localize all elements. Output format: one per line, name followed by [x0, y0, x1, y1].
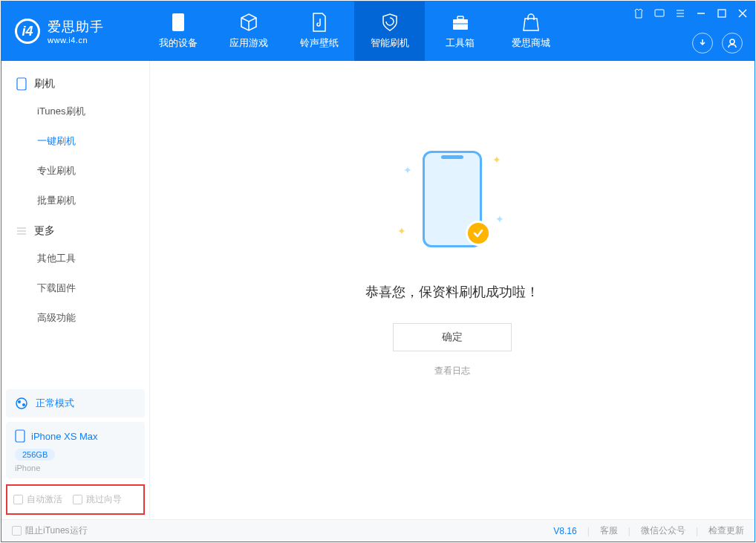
sidebar-item-batch-flash[interactable]: 批量刷机	[1, 186, 149, 215]
footer-link-support[interactable]: 客服	[600, 524, 618, 537]
svg-rect-20	[16, 430, 25, 442]
maximize-button[interactable]	[716, 7, 728, 19]
checkbox-label: 阻止iTunes运行	[25, 524, 88, 537]
footer: 阻止iTunes运行 V8.16 | 客服 | 微信公众号 | 检查更新	[1, 519, 755, 542]
nav-apps[interactable]: 应用游戏	[213, 1, 284, 61]
svg-point-19	[22, 403, 25, 406]
svg-point-17	[16, 398, 27, 409]
shield-icon	[380, 13, 400, 32]
sidebar-item-itunes-flash[interactable]: iTunes刷机	[1, 97, 149, 126]
svg-rect-9	[718, 10, 726, 17]
main-nav: 我的设备 应用游戏 铃声壁纸 智能刷机 工具箱 爱思商城	[143, 1, 566, 61]
feedback-icon[interactable]	[654, 7, 665, 19]
music-file-icon	[310, 13, 329, 32]
bag-icon	[521, 13, 541, 32]
nav-store[interactable]: 爱思商城	[495, 1, 566, 61]
checkbox-label: 跳过向导	[86, 493, 122, 506]
nav-label: 爱思商城	[512, 36, 550, 50]
shirt-icon[interactable]	[633, 7, 645, 19]
svg-rect-2	[457, 16, 463, 19]
sparkle-icon: ✦	[397, 225, 406, 237]
window-controls	[633, 7, 749, 19]
mode-icon	[15, 397, 28, 410]
sidebar-section-label: 刷机	[34, 77, 55, 91]
checkbox-stop-itunes[interactable]: 阻止iTunes运行	[12, 524, 88, 537]
sidebar-section-label: 更多	[34, 224, 55, 238]
nav-my-device[interactable]: 我的设备	[143, 1, 213, 61]
account-button[interactable]	[722, 33, 743, 53]
footer-link-update[interactable]: 检查更新	[708, 524, 744, 537]
svg-rect-13	[17, 78, 26, 90]
download-button[interactable]	[692, 33, 713, 53]
view-log-link[interactable]: 查看日志	[434, 365, 470, 377]
sidebar-item-one-key-flash[interactable]: 一键刷机	[1, 126, 149, 156]
checkbox-skip-guide[interactable]: 跳过向导	[73, 493, 122, 506]
nav-ringtones[interactable]: 铃声壁纸	[284, 1, 354, 61]
sidebar-item-advanced[interactable]: 高级功能	[1, 303, 149, 333]
app-header: i4 爱思助手 www.i4.cn 我的设备 应用游戏 铃声壁纸 智能刷机	[1, 1, 755, 61]
app-url: www.i4.cn	[48, 36, 104, 45]
nav-toolbox[interactable]: 工具箱	[425, 1, 495, 61]
svg-rect-1	[453, 19, 468, 30]
svg-point-18	[18, 400, 21, 403]
close-button[interactable]	[737, 7, 749, 19]
sidebar-item-download-firmware[interactable]: 下载固件	[1, 273, 149, 303]
nav-label: 工具箱	[446, 36, 475, 50]
sidebar-section-more: 更多	[1, 215, 149, 244]
phone-icon	[15, 429, 25, 443]
checkbox-icon	[12, 526, 22, 536]
mode-card[interactable]: 正常模式	[6, 389, 145, 417]
logo-icon: i4	[15, 19, 40, 44]
minimize-button[interactable]	[695, 7, 707, 19]
success-title: 恭喜您，保资料刷机成功啦！	[365, 283, 539, 301]
sidebar-item-pro-flash[interactable]: 专业刷机	[1, 156, 149, 186]
footer-link-wechat[interactable]: 微信公众号	[641, 524, 685, 537]
version-label: V8.16	[553, 526, 576, 536]
cube-icon	[239, 13, 258, 32]
sparkle-icon: ✦	[403, 164, 412, 176]
nav-label: 铃声壁纸	[300, 36, 339, 50]
checkbox-icon	[73, 495, 82, 504]
sparkle-icon: ✦	[492, 154, 501, 166]
app-name: 爱思助手	[48, 18, 104, 36]
svg-rect-4	[655, 10, 664, 16]
nav-label: 智能刷机	[371, 36, 409, 50]
checkbox-icon	[13, 495, 23, 504]
logo-area: i4 爱思助手 www.i4.cn	[1, 18, 143, 45]
sidebar-section-flash: 刷机	[1, 68, 149, 97]
menu-icon[interactable]	[674, 7, 686, 19]
device-type: iPhone	[15, 464, 136, 472]
highlighted-options: 自动激活 跳过向导	[6, 484, 145, 515]
list-icon	[16, 226, 27, 236]
nav-label: 我的设备	[159, 36, 198, 50]
sidebar-item-other-tools[interactable]: 其他工具	[1, 244, 149, 273]
separator: |	[587, 526, 590, 536]
main-content: ✦ ✦ ✦ ✦ 恭喜您，保资料刷机成功啦！ 确定 查看日志	[150, 61, 755, 519]
separator: |	[696, 526, 698, 536]
device-name: iPhone XS Max	[31, 431, 98, 442]
nav-label: 应用游戏	[229, 36, 268, 50]
header-right	[692, 33, 743, 53]
checkbox-auto-activate[interactable]: 自动激活	[13, 493, 62, 506]
sparkle-icon: ✦	[495, 213, 504, 225]
svg-rect-0	[172, 13, 184, 31]
separator: |	[628, 526, 630, 536]
check-badge-icon	[466, 221, 491, 246]
device-icon	[16, 77, 27, 91]
checkbox-label: 自动激活	[27, 493, 62, 506]
nav-flash[interactable]: 智能刷机	[354, 1, 425, 61]
confirm-button[interactable]: 确定	[393, 323, 512, 351]
svg-point-12	[730, 39, 734, 44]
device-card[interactable]: iPhone XS Max 256GB iPhone	[6, 422, 145, 478]
phone-icon	[169, 13, 188, 32]
sidebar: 刷机 iTunes刷机 一键刷机 专业刷机 批量刷机 更多 其他工具 下载固件 …	[1, 61, 150, 519]
mode-label: 正常模式	[36, 397, 74, 410]
device-storage-badge: 256GB	[15, 449, 55, 461]
toolbox-icon	[451, 13, 470, 32]
success-illustration: ✦ ✦ ✦ ✦	[393, 143, 512, 262]
